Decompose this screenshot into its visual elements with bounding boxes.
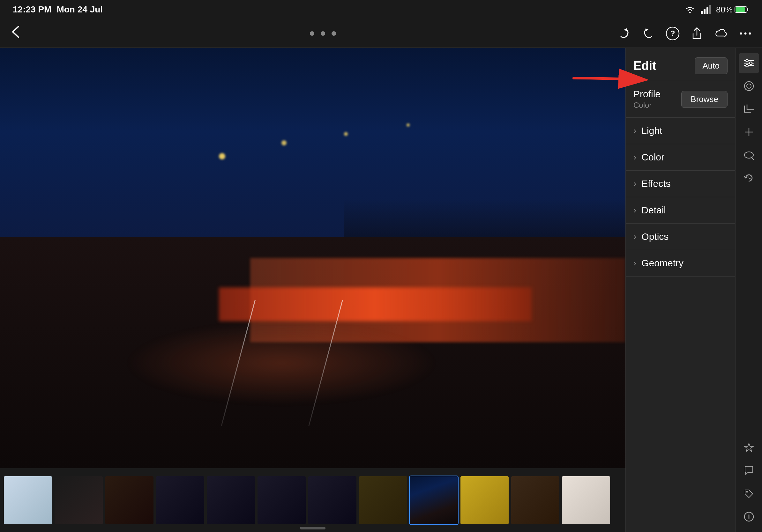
- road-reflection: [125, 321, 438, 405]
- svg-line-24: [749, 178, 750, 179]
- edit-section-geometry[interactable]: › Geometry: [626, 250, 735, 277]
- more-options-button[interactable]: [738, 27, 752, 40]
- back-button[interactable]: [10, 24, 29, 43]
- profile-header: Profile Color Browse: [634, 89, 727, 110]
- signal-icon: [701, 5, 711, 14]
- svg-point-12: [749, 32, 751, 34]
- section-label-optics: Optics: [642, 231, 668, 242]
- svg-rect-7: [735, 7, 745, 12]
- svg-point-25: [746, 491, 748, 493]
- svg-point-10: [740, 32, 742, 34]
- toolbar-center-dots: [29, 31, 617, 36]
- wifi-icon: [684, 5, 696, 14]
- thumbnail-10[interactable]: [510, 476, 560, 525]
- section-label-light: Light: [642, 125, 662, 136]
- dot-2: [321, 31, 325, 36]
- toolbar-actions: ?: [617, 27, 752, 40]
- svg-point-11: [744, 32, 747, 34]
- edit-header: Edit Auto: [626, 48, 735, 81]
- thumbnail-3[interactable]: [105, 476, 154, 525]
- dot-1: [310, 31, 314, 36]
- chevron-optics-icon: ›: [634, 232, 636, 242]
- share-button[interactable]: [690, 27, 704, 40]
- tag-button[interactable]: [739, 484, 759, 504]
- history-button[interactable]: [739, 168, 759, 188]
- thumbnail-7[interactable]: [308, 476, 357, 525]
- chevron-color-icon: ›: [634, 152, 636, 162]
- svg-point-18: [746, 64, 748, 67]
- chevron-effects-icon: ›: [634, 179, 636, 189]
- battery-indicator: 80%: [716, 5, 749, 15]
- thumbnail-selected[interactable]: [409, 476, 459, 525]
- time: 12:23 PM: [13, 4, 51, 15]
- edit-section-effects[interactable]: › Effects: [626, 170, 735, 197]
- svg-rect-3: [707, 7, 708, 14]
- svg-point-16: [746, 59, 748, 62]
- adjustments-button[interactable]: [739, 53, 759, 73]
- svg-rect-1: [701, 11, 703, 14]
- thumbnail-11[interactable]: [561, 476, 611, 525]
- street-light-2: [281, 140, 286, 146]
- info-button[interactable]: i: [739, 506, 759, 527]
- thumbnail-4[interactable]: [155, 476, 205, 525]
- section-label-color: Color: [642, 152, 664, 163]
- scroll-indicator: [300, 527, 326, 529]
- date: Mon 24 Jul: [56, 4, 103, 15]
- chevron-detail-icon: ›: [634, 205, 636, 215]
- chevron-light-icon: ›: [634, 126, 636, 136]
- auto-button[interactable]: Auto: [695, 57, 728, 74]
- thumbnail-2[interactable]: [54, 476, 104, 525]
- status-left: 12:23 PM Mon 24 Jul: [13, 4, 103, 15]
- profile-label: Profile: [634, 89, 660, 100]
- undo-button[interactable]: [642, 27, 655, 40]
- svg-point-0: [689, 12, 691, 13]
- help-button[interactable]: ?: [666, 27, 680, 40]
- cloud-button[interactable]: [714, 27, 728, 40]
- main-image-area: [0, 48, 625, 468]
- thumbnail-strip: [0, 468, 625, 532]
- profile-sublabel: Color: [634, 101, 660, 110]
- crop-button[interactable]: [739, 99, 759, 119]
- masking-button[interactable]: [739, 76, 759, 96]
- toolbar: ?: [0, 19, 762, 48]
- svg-point-17: [750, 62, 752, 64]
- browse-button[interactable]: Browse: [681, 91, 727, 108]
- status-bar: 12:23 PM Mon 24 Jul 80%: [0, 0, 762, 19]
- car-light-streak: [219, 287, 532, 321]
- right-sidebar: i: [735, 48, 762, 532]
- main-photo: [0, 48, 625, 468]
- svg-rect-4: [709, 5, 711, 14]
- thumbnail-9[interactable]: [460, 476, 509, 525]
- edit-title: Edit: [634, 59, 656, 73]
- redo-button[interactable]: [617, 27, 631, 40]
- thumbnail-5[interactable]: [206, 476, 256, 525]
- heal-button[interactable]: [739, 122, 759, 142]
- star-button[interactable]: [739, 437, 759, 458]
- svg-rect-6: [747, 8, 748, 11]
- thumbnail-8[interactable]: [358, 476, 408, 525]
- thumbnail-6[interactable]: [257, 476, 306, 525]
- battery-icon: [734, 6, 749, 13]
- edit-section-optics[interactable]: › Optics: [626, 224, 735, 250]
- profile-section: Profile Color Browse: [626, 81, 735, 118]
- section-label-geometry: Geometry: [642, 258, 683, 269]
- thumbnail-1[interactable]: [3, 476, 53, 525]
- status-right: 80%: [684, 5, 749, 15]
- street-light-3: [344, 132, 348, 136]
- comment-button[interactable]: [739, 461, 759, 481]
- edit-section-light[interactable]: › Light: [626, 118, 735, 144]
- svg-point-21: [744, 152, 753, 158]
- battery-percent: 80%: [716, 5, 733, 15]
- svg-text:?: ?: [670, 29, 675, 37]
- dot-3: [332, 31, 336, 36]
- chevron-geometry-icon: ›: [634, 258, 636, 268]
- street-light-1: [219, 153, 225, 160]
- svg-point-20: [747, 84, 751, 88]
- edit-panel: Edit Auto Profile Color Browse › Light ›…: [625, 48, 735, 532]
- svg-text:i: i: [748, 513, 750, 520]
- edit-section-detail[interactable]: › Detail: [626, 197, 735, 224]
- edit-section-color[interactable]: › Color: [626, 144, 735, 170]
- radial-button[interactable]: [739, 145, 759, 165]
- svg-point-19: [744, 82, 753, 91]
- section-label-effects: Effects: [642, 178, 670, 189]
